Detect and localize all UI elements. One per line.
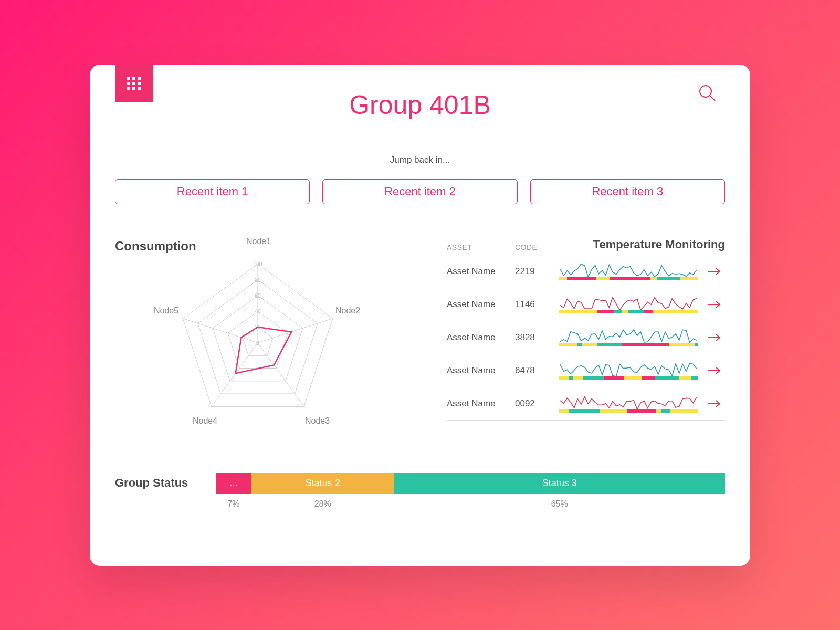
asset-sparkline	[559, 292, 698, 317]
recent-item-3[interactable]: Recent item 3	[530, 179, 725, 204]
page-subtitle: Jump back in...	[90, 155, 750, 165]
status-percent-3: 65%	[394, 499, 725, 512]
svg-line-5	[212, 343, 258, 406]
svg-line-6	[183, 318, 258, 342]
asset-open-arrow[interactable]	[704, 399, 725, 408]
group-status-label: Group Status	[115, 476, 188, 490]
temperature-header: ASSET CODE Temperature Monitoring	[447, 238, 725, 255]
asset-code: 2219	[515, 266, 553, 277]
svg-text:80: 80	[255, 277, 261, 283]
asset-row: Asset Name1146	[447, 288, 725, 321]
asset-name: Asset Name	[447, 365, 515, 376]
radar-axis-label-node4: Node4	[193, 416, 217, 426]
svg-text:100: 100	[254, 261, 262, 267]
status-segment-1[interactable]: ...	[216, 473, 251, 494]
temperature-title: Temperature Monitoring	[553, 238, 725, 251]
temperature-col-asset: ASSET	[447, 243, 515, 251]
recent-item-2[interactable]: Recent item 2	[322, 179, 517, 204]
asset-row: Asset Name2219	[447, 255, 725, 288]
asset-name: Asset Name	[447, 398, 515, 409]
status-segment-3[interactable]: Status 3	[394, 473, 725, 494]
asset-row: Asset Name6478	[447, 354, 725, 387]
svg-text:60: 60	[255, 293, 261, 299]
svg-line-3	[258, 318, 333, 342]
group-status-bar: ...Status 2Status 3	[216, 473, 725, 494]
status-percent-1: 7%	[216, 499, 251, 512]
asset-sparkline	[559, 259, 698, 284]
menu-grid-icon	[127, 77, 141, 90]
recent-items-row: Recent item 1 Recent item 2 Recent item …	[115, 179, 725, 204]
asset-code: 1146	[515, 299, 553, 310]
asset-name: Asset Name	[447, 332, 515, 343]
svg-text:40: 40	[255, 309, 261, 314]
asset-open-arrow[interactable]	[704, 300, 725, 309]
recent-item-1[interactable]: Recent item 1	[115, 179, 310, 204]
asset-code: 0092	[515, 398, 553, 409]
dashboard-card: Group 401B Jump back in... Recent item 1…	[90, 65, 750, 566]
asset-code: 3828	[515, 332, 553, 343]
radar-axis-label-node5: Node5	[154, 306, 178, 316]
group-status-percent-row: 7%28%65%	[216, 499, 725, 512]
asset-row: Asset Name3828	[447, 321, 725, 354]
temperature-panel: ASSET CODE Temperature Monitoring Asset …	[447, 238, 725, 421]
asset-open-arrow[interactable]	[704, 333, 725, 342]
asset-row: Asset Name0092	[447, 387, 725, 421]
asset-open-arrow[interactable]	[704, 366, 725, 375]
radar-axis-label-node3: Node3	[305, 416, 330, 426]
asset-name: Asset Name	[447, 299, 515, 310]
status-percent-2: 28%	[251, 499, 394, 512]
asset-sparkline	[559, 392, 698, 416]
page-background: Group 401B Jump back in... Recent item 1…	[0, 0, 840, 630]
page-title: Group 401B	[90, 90, 750, 120]
radar-axis-label-node2: Node2	[335, 306, 360, 316]
svg-text:0: 0	[256, 340, 259, 346]
temperature-col-code: CODE	[515, 243, 553, 251]
asset-sparkline	[559, 326, 698, 350]
asset-sparkline	[559, 359, 698, 383]
status-segment-2[interactable]: Status 2	[251, 473, 394, 494]
radar-axis-label-node1: Node1	[246, 237, 271, 246]
asset-name: Asset Name	[447, 266, 515, 277]
asset-code: 6478	[515, 365, 553, 376]
asset-open-arrow[interactable]	[704, 267, 725, 276]
consumption-radar-chart: 020406080100 Node1 Node2 Node3 Node4 Nod…	[132, 238, 384, 437]
